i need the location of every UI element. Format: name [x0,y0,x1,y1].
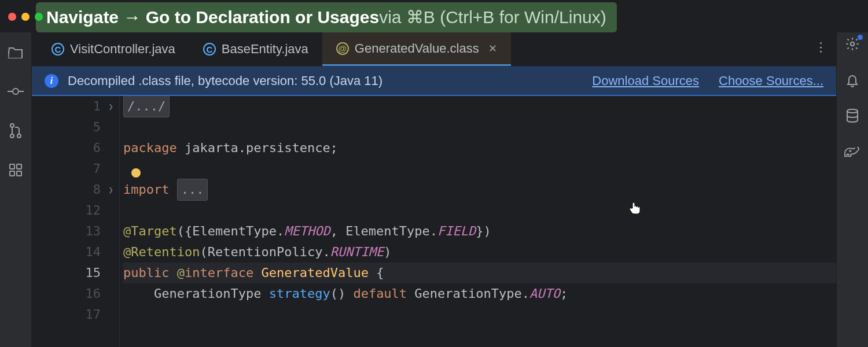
fold-chevron-icon[interactable]: ❯ [103,96,113,117]
folded-region[interactable]: /.../ [123,96,170,117]
gutter-line[interactable]: 5 [32,117,117,138]
gutter-line[interactable]: 15 [32,263,117,283]
intention-bulb-icon[interactable] [131,168,141,178]
svg-rect-6 [10,164,14,169]
code-editor[interactable]: 1❯ 5 6 7 8❯ 12 13 14 15 16 17 /.../ pack… [32,96,836,347]
zoom-window-button[interactable] [35,13,43,21]
svg-point-10 [851,42,855,46]
gutter-line[interactable]: 12 [32,200,117,221]
title-bar: Navigate → Go to Declaration or Usages v… [0,0,868,32]
right-sidebar [836,32,868,347]
pull-requests-icon[interactable] [8,123,24,139]
close-window-button[interactable] [8,13,16,21]
window-traffic-lights [8,13,43,21]
tab-visitcontroller[interactable]: C VisitController.java [38,32,189,66]
database-icon[interactable] [844,108,860,124]
minimize-window-button[interactable] [21,13,30,21]
tab-label: VisitController.java [70,42,175,57]
left-sidebar [0,32,32,347]
gutter: 1❯ 5 6 7 8❯ 12 13 14 15 16 17 [32,96,120,347]
gutter-line[interactable]: 6 [32,138,117,158]
settings-notification-dot [858,35,863,40]
java-class-icon: C [203,43,216,56]
gutter-line[interactable]: 7 [32,158,117,179]
svg-rect-9 [17,171,21,176]
tip-banner-shortcut: via ⌘B (Ctrl+B for Win/Linux) [379,9,606,26]
java-annotation-icon: @ [336,42,349,55]
structure-icon[interactable] [8,162,24,178]
tab-label: BaseEntity.java [222,42,308,57]
tab-baseentity[interactable]: C BaseEntity.java [189,32,322,66]
editor-area: C VisitController.java C BaseEntity.java… [32,32,836,347]
tab-generatedvalue[interactable]: @ GeneratedValue.class ✕ [322,32,511,66]
settings-icon[interactable] [844,36,860,52]
tip-banner: Navigate → Go to Declaration or Usages v… [36,2,617,32]
gutter-line[interactable]: 16 [32,283,117,304]
decompiled-info-bar: i Decompiled .class file, bytecode versi… [32,66,836,96]
tab-overflow-menu[interactable]: ⋯ [814,40,828,56]
close-tab-icon[interactable]: ✕ [488,42,497,55]
gutter-line[interactable]: 1❯ [32,96,117,117]
svg-point-5 [17,134,21,138]
gutter-line[interactable]: 8❯ [32,179,117,200]
tab-bar: C VisitController.java C BaseEntity.java… [32,32,836,66]
code-content[interactable]: /.../ package jakarta.persistence; impor… [120,96,836,347]
gutter-line[interactable]: 17 [32,304,117,325]
svg-point-4 [10,134,14,138]
folded-region[interactable]: ... [177,179,208,201]
gutter-line[interactable]: 14 [32,242,117,263]
gradle-icon[interactable] [844,143,860,160]
download-sources-link[interactable]: Download Sources [592,73,699,88]
tip-banner-action: Navigate → Go to Declaration or Usages [46,9,379,26]
java-class-icon: C [52,43,64,56]
project-icon[interactable] [8,44,24,60]
commit-icon[interactable] [8,83,24,99]
tab-label: GeneratedValue.class [355,41,479,56]
svg-rect-7 [17,164,21,169]
svg-rect-8 [10,171,14,176]
info-icon: i [45,74,58,88]
gutter-line[interactable]: 13 [32,221,117,242]
svg-point-3 [10,124,14,127]
info-bar-text: Decompiled .class file, bytecode version… [68,73,382,88]
main-content: C VisitController.java C BaseEntity.java… [0,32,868,347]
fold-chevron-icon[interactable]: ❯ [103,179,113,200]
choose-sources-link[interactable]: Choose Sources... [719,73,823,88]
svg-point-0 [13,88,19,94]
svg-point-12 [849,150,851,152]
notifications-icon[interactable] [844,72,860,88]
svg-point-11 [847,109,858,113]
